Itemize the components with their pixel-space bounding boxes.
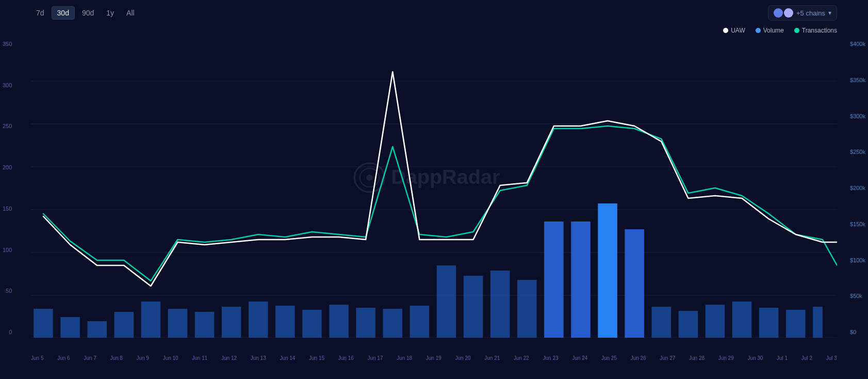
x-label-jun9: Jun 9 [137, 355, 149, 361]
svg-rect-20 [383, 309, 403, 338]
y-right-50k: $50k [850, 293, 865, 299]
x-label-jun13: Jun 13 [251, 355, 266, 361]
legend-dot-transactions [794, 28, 799, 33]
legend-dot-volume [756, 28, 761, 33]
y-axis-right: $400k $350k $300k $250k $200k $150k $100… [850, 38, 865, 338]
legend-transactions: Transactions [794, 27, 837, 34]
y-right-150k: $150k [850, 221, 865, 227]
y-left-200: 200 [3, 164, 12, 170]
x-label-jun30: Jun 30 [747, 355, 763, 361]
legend-uaw: UAW [723, 27, 745, 34]
y-right-100k: $100k [850, 257, 865, 263]
chain-icons [774, 8, 793, 18]
top-bar: 7d 30d 90d 1y All +5 chains ▾ [31, 5, 837, 25]
svg-rect-7 [34, 309, 53, 338]
svg-rect-31 [679, 311, 698, 338]
svg-rect-23 [464, 276, 483, 338]
x-label-jun25: Jun 25 [601, 355, 617, 361]
svg-rect-18 [329, 305, 349, 338]
y-left-300: 300 [3, 82, 12, 88]
time-buttons: 7d 30d 90d 1y All [31, 6, 140, 20]
svg-rect-11 [141, 302, 161, 338]
svg-rect-19 [356, 308, 375, 338]
svg-text:DappRadar: DappRadar [391, 166, 500, 188]
x-label-jun16: Jun 16 [338, 355, 354, 361]
svg-rect-22 [437, 265, 456, 338]
svg-rect-13 [195, 312, 215, 338]
y-left-50: 50 [3, 288, 12, 294]
chains-label: +5 chains [796, 9, 825, 17]
svg-point-39 [366, 175, 373, 181]
x-label-jun10: Jun 10 [163, 355, 178, 361]
x-label-jun18: Jun 18 [397, 355, 412, 361]
y-left-350: 350 [3, 41, 12, 47]
svg-rect-29 [625, 229, 644, 338]
svg-rect-34 [759, 308, 779, 338]
x-label-jun29: Jun 29 [718, 355, 734, 361]
legend: UAW Volume Transactions [31, 25, 837, 38]
x-label-jun15: Jun 15 [309, 355, 324, 361]
svg-rect-21 [410, 306, 430, 338]
chains-selector[interactable]: +5 chains ▾ [768, 5, 837, 21]
x-label-jun5: Jun 5 [31, 355, 43, 361]
svg-rect-25 [517, 280, 537, 338]
x-label-jun19: Jun 19 [426, 355, 441, 361]
x-label-jun12: Jun 12 [221, 355, 237, 361]
svg-rect-33 [732, 302, 752, 338]
y-right-300k: $300k [850, 113, 865, 119]
svg-rect-16 [275, 306, 295, 338]
x-label-jun20: Jun 20 [455, 355, 471, 361]
legend-label-transactions: Transactions [802, 27, 837, 34]
y-right-0: $0 [850, 329, 865, 335]
x-label-jun17: Jun 17 [367, 355, 383, 361]
svg-rect-10 [114, 312, 134, 338]
legend-label-uaw: UAW [731, 27, 745, 34]
svg-rect-35 [786, 310, 806, 338]
y-right-350k: $350k [850, 77, 865, 83]
svg-rect-8 [60, 317, 80, 338]
time-btn-30d[interactable]: 30d [52, 6, 75, 20]
svg-rect-28 [598, 203, 617, 338]
x-label-jun21: Jun 21 [484, 355, 500, 361]
time-btn-7d[interactable]: 7d [31, 6, 50, 20]
x-label-jun28: Jun 28 [689, 355, 705, 361]
svg-rect-17 [302, 310, 322, 338]
time-btn-90d[interactable]: 90d [77, 6, 99, 20]
time-btn-1y[interactable]: 1y [101, 6, 119, 20]
chart-svg: DappRadar [31, 38, 837, 338]
x-label-jun11: Jun 11 [192, 355, 207, 361]
x-label-jun27: Jun 27 [660, 355, 675, 361]
svg-rect-24 [490, 271, 510, 338]
y-right-400k: $400k [850, 41, 865, 47]
chart-area: 350 300 250 200 150 100 50 0 $400k $350k… [31, 38, 837, 338]
svg-rect-9 [87, 321, 107, 338]
x-label-jun24: Jun 24 [572, 355, 587, 361]
svg-rect-12 [168, 309, 188, 338]
y-right-250k: $250k [850, 149, 865, 155]
x-label-jun26: Jun 26 [631, 355, 646, 361]
x-label-jul1: Jul 1 [777, 355, 788, 361]
chart-container: 7d 30d 90d 1y All +5 chains ▾ UAW Volume… [0, 0, 868, 379]
y-left-100: 100 [3, 247, 12, 253]
svg-rect-14 [222, 307, 241, 338]
x-label-jun6: Jun 6 [57, 355, 70, 361]
y-left-250: 250 [3, 123, 12, 129]
time-btn-all[interactable]: All [121, 6, 140, 20]
chain-icon-2 [784, 8, 793, 18]
legend-dot-uaw [723, 28, 728, 33]
legend-label-volume: Volume [763, 27, 784, 34]
x-axis: Jun 5 Jun 6 Jun 7 Jun 8 Jun 9 Jun 10 Jun… [31, 355, 837, 361]
x-label-jun23: Jun 23 [543, 355, 559, 361]
x-label-jun8: Jun 8 [110, 355, 122, 361]
x-label-jul2: Jul 2 [801, 355, 812, 361]
y-axis-left: 350 300 250 200 150 100 50 0 [3, 38, 12, 338]
y-right-200k: $200k [850, 185, 865, 191]
y-left-150: 150 [3, 206, 12, 212]
y-left-0: 0 [3, 329, 12, 335]
legend-volume: Volume [756, 27, 784, 34]
svg-rect-30 [652, 307, 672, 338]
svg-rect-32 [706, 305, 725, 338]
svg-rect-36 [813, 307, 823, 338]
svg-rect-15 [249, 302, 268, 338]
x-label-jul3: Jul 3 [826, 355, 837, 361]
